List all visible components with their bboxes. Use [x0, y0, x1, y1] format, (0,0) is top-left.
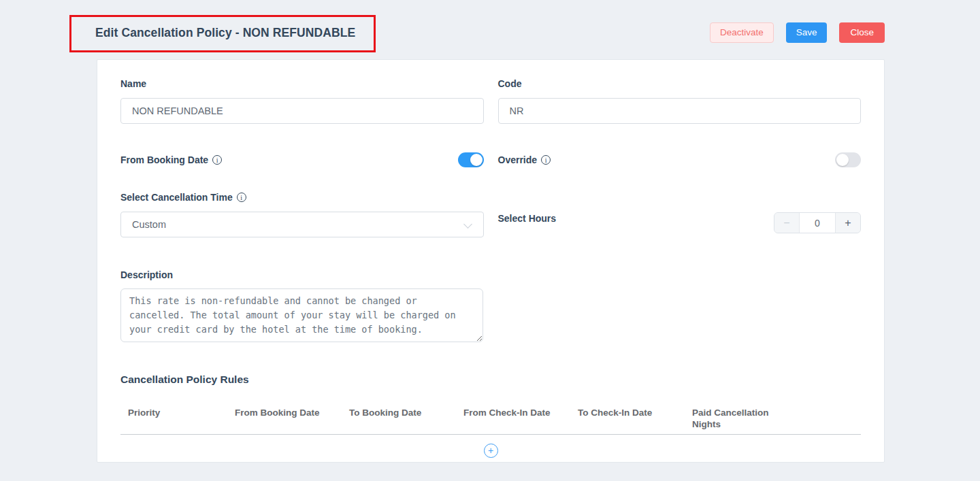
- column-priority: Priority: [120, 407, 235, 418]
- chevron-down-icon: [463, 220, 472, 229]
- plus-icon: +: [488, 445, 493, 456]
- toggle-knob: [836, 154, 849, 166]
- save-button[interactable]: Save: [786, 22, 828, 43]
- rules-table-header: Priority From Booking Date To Booking Da…: [120, 407, 861, 435]
- override-toggle[interactable]: [835, 152, 861, 167]
- column-from-booking-date: From Booking Date: [235, 407, 349, 418]
- add-rule-row: +: [120, 435, 861, 463]
- code-label: Code: [498, 78, 862, 89]
- name-label: Name: [120, 78, 484, 89]
- cancellation-time-group: Select Cancellation Time i Custom: [120, 191, 484, 237]
- decrement-button[interactable]: −: [774, 213, 800, 233]
- cancellation-time-select[interactable]: Custom: [120, 212, 484, 237]
- description-label: Description: [120, 269, 483, 280]
- edit-policy-card: Name Code From Booking Date i Override i: [97, 59, 885, 463]
- hours-stepper: − +: [774, 212, 861, 233]
- description-row: Description This rate is non-refundable …: [120, 269, 861, 345]
- description-textarea[interactable]: This rate is non-refundable and cannot b…: [120, 288, 483, 342]
- info-icon[interactable]: i: [541, 155, 551, 165]
- toolbar: Deactivate Save Close: [710, 22, 885, 43]
- column-to-check-in-date: To Check-In Date: [578, 407, 692, 418]
- cancellation-time-selected-value: Custom: [132, 219, 166, 230]
- cancellation-time-label: Select Cancellation Time: [120, 192, 233, 203]
- deactivate-button[interactable]: Deactivate: [710, 22, 774, 43]
- cancellation-time-row: Select Cancellation Time i Custom Select…: [120, 191, 861, 237]
- override-label: Override: [498, 154, 538, 165]
- from-booking-date-toggle[interactable]: [458, 152, 484, 167]
- page-title: Edit Cancellation Policy - NON REFUNDABL…: [95, 26, 355, 40]
- code-input[interactable]: [498, 98, 862, 124]
- column-to-booking-date: To Booking Date: [349, 407, 463, 418]
- info-icon[interactable]: i: [237, 193, 246, 202]
- rules-section-title: Cancellation Policy Rules: [120, 374, 861, 386]
- select-hours-label: Select Hours: [498, 213, 557, 224]
- description-group: Description This rate is non-refundable …: [120, 269, 483, 345]
- column-from-check-in-date: From Check-In Date: [463, 407, 578, 418]
- increment-button[interactable]: +: [835, 213, 860, 233]
- select-hours-group: Select Hours − +: [498, 191, 862, 237]
- override-group: Override i: [498, 152, 862, 167]
- toggle-knob: [470, 154, 483, 166]
- add-rule-button[interactable]: +: [484, 444, 498, 458]
- hours-input[interactable]: [800, 213, 835, 233]
- name-code-row: Name Code: [120, 78, 861, 124]
- close-button[interactable]: Close: [839, 22, 885, 43]
- from-booking-date-label: From Booking Date: [120, 154, 208, 165]
- info-icon[interactable]: i: [212, 155, 222, 165]
- column-paid-cancellation-nights: Paid Cancellation Nights: [692, 407, 781, 430]
- name-field-group: Name: [120, 78, 484, 124]
- name-input[interactable]: [120, 98, 484, 124]
- code-field-group: Code: [498, 78, 862, 124]
- from-booking-date-group: From Booking Date i: [120, 152, 484, 167]
- toggles-row: From Booking Date i Override i: [120, 152, 861, 167]
